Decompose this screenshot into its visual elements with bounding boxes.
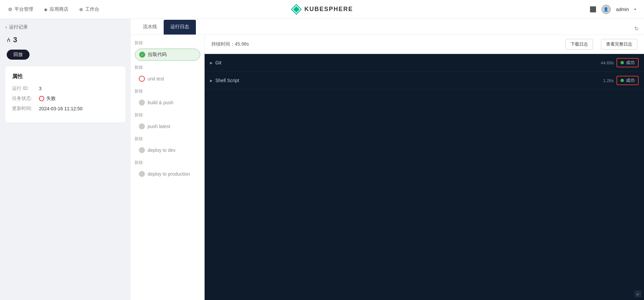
nav-platform[interactable]: ⚙ 平台管理 xyxy=(8,6,33,12)
git-entry-name: Git xyxy=(215,60,601,65)
back-button[interactable]: ‹ 运行记录 xyxy=(5,24,125,30)
rollback-button[interactable]: 回放 xyxy=(7,50,30,60)
log-entry-shell-header[interactable]: ▶ Shell Script 1.26s 成功 xyxy=(205,72,644,89)
run-number: 3 xyxy=(13,36,17,44)
task-status-label: 任务状态: xyxy=(12,96,39,102)
stage-dot-success-0: ✓ xyxy=(139,52,145,58)
stage-label-2: 阶段 xyxy=(135,88,200,94)
stage-name-3: push latest xyxy=(148,124,170,129)
update-time-row: 更新时间: 2024-03-16 11:12:50 xyxy=(12,106,119,112)
back-label: 运行记录 xyxy=(9,24,28,30)
stage-label-0: 阶段 xyxy=(135,40,200,46)
panels: 阶段 ✓ 拉取代码 阶段 unit test 阶段 build & push xyxy=(131,35,644,300)
update-time-label: 更新时间: xyxy=(12,106,39,112)
stage-dot-gray-5 xyxy=(139,171,145,177)
tab-bar: 流水线 运行日志 ↻ xyxy=(131,19,644,35)
topnav-logo: KUBESPHERE xyxy=(291,4,353,15)
scroll-corner-icon[interactable]: ↙ xyxy=(635,291,641,297)
nav-appstore[interactable]: ◈ 应用商店 xyxy=(44,6,68,12)
shell-success-dot xyxy=(621,79,624,82)
fail-circle-icon xyxy=(39,96,44,101)
topnav-left: ⚙ 平台管理 ◈ 应用商店 ⊕ 工作台 xyxy=(8,6,99,12)
stage-item-0[interactable]: ✓ 拉取代码 xyxy=(135,49,200,61)
shell-chevron-icon: ▶ xyxy=(210,79,213,82)
shell-entry-right: 1.26s 成功 xyxy=(603,76,639,85)
stage-name-0: 拉取代码 xyxy=(148,52,167,58)
nav-appstore-label: 应用商店 xyxy=(50,6,68,12)
shell-time: 1.26s xyxy=(603,78,614,83)
props-section: 属性 运行 ID: 3 任务状态: 失败 更新时间: 2024-03-16 11… xyxy=(5,66,125,122)
stage-label-1: 阶段 xyxy=(135,65,200,70)
stage-dot-fail-1 xyxy=(139,76,145,82)
stage-label-5: 阶段 xyxy=(135,160,200,166)
stage-name-2: build & push xyxy=(148,100,173,105)
content-area: 流水线 运行日志 ↻ 阶段 ✓ 拉取代码 阶段 unit test xyxy=(131,19,644,300)
appstore-icon: ◈ xyxy=(44,7,48,12)
stage-item-5[interactable]: deploy to production xyxy=(135,168,200,180)
nav-platform-label: 平台管理 xyxy=(14,6,33,12)
settings-icon: ⚙ xyxy=(8,7,12,12)
workbench-icon: ⊕ xyxy=(79,7,83,12)
task-status-row: 任务状态: 失败 xyxy=(12,96,119,102)
run-number-display: ⑃ 3 xyxy=(5,36,125,44)
shell-status-box: 成功 xyxy=(616,76,639,85)
stage-item-1[interactable]: unit test xyxy=(135,73,200,84)
shell-entry-name: Shell Script xyxy=(215,78,603,83)
stage-item-4[interactable]: deploy to dev xyxy=(135,144,200,156)
stages-panel: 阶段 ✓ 拉取代码 阶段 unit test 阶段 build & push xyxy=(131,35,205,300)
sidebar: ‹ 运行记录 ⑃ 3 回放 属性 运行 ID: 3 任务状态: 失败 更新时间: xyxy=(0,19,131,300)
main-layout: ‹ 运行记录 ⑃ 3 回放 属性 运行 ID: 3 任务状态: 失败 更新时间: xyxy=(0,19,644,300)
log-panel: 持续时间：45.98s 下载日志 查看完整日志 ▶ Git 44.69s xyxy=(205,35,644,300)
stage-label-4: 阶段 xyxy=(135,136,200,142)
avatar-icon: 👤 xyxy=(603,7,608,12)
stage-label-3: 阶段 xyxy=(135,112,200,118)
run-id-value: 3 xyxy=(39,86,42,91)
fail-text: 失败 xyxy=(46,96,56,102)
user-name: admin xyxy=(616,7,629,12)
branch-icon: ⑃ xyxy=(7,37,10,44)
shell-status-text: 成功 xyxy=(626,77,635,83)
update-time-value: 2024-03-16 11:12:50 xyxy=(39,106,83,111)
log-duration: 持续时间：45.98s xyxy=(211,41,249,47)
tab-run-log[interactable]: 运行日志 xyxy=(164,20,196,35)
git-status-text: 成功 xyxy=(626,60,635,66)
full-log-button[interactable]: 查看完整日志 xyxy=(601,39,637,50)
back-arrow-icon: ‹ xyxy=(5,24,7,30)
task-status-value: 失败 xyxy=(39,96,56,102)
props-title: 属性 xyxy=(12,73,119,80)
run-id-label: 运行 ID: xyxy=(12,85,39,92)
git-entry-right: 44.69s 成功 xyxy=(601,58,639,67)
stage-name-5: deploy to production xyxy=(148,171,190,177)
stage-name-4: deploy to dev xyxy=(148,147,175,153)
log-entry-git: ▶ Git 44.69s 成功 xyxy=(205,54,644,72)
stage-name-1: unit test xyxy=(148,76,164,81)
nav-workbench[interactable]: ⊕ 工作台 xyxy=(79,6,99,12)
stage-dot-gray-4 xyxy=(139,147,145,153)
log-header: 持续时间：45.98s 下载日志 查看完整日志 xyxy=(205,35,644,54)
tab-pipeline[interactable]: 流水线 xyxy=(136,20,164,35)
stage-item-3[interactable]: push latest xyxy=(135,121,200,132)
stage-item-2[interactable]: build & push xyxy=(135,97,200,108)
nav-workbench-label: 工作台 xyxy=(85,6,99,12)
git-status-box: 成功 xyxy=(616,58,639,67)
user-dropdown-arrow[interactable]: ▾ xyxy=(634,7,636,11)
log-entry-git-header[interactable]: ▶ Git 44.69s 成功 xyxy=(205,54,644,71)
topnav: ⚙ 平台管理 ◈ 应用商店 ⊕ 工作台 KUBESPHERE 👤 admin ▾ xyxy=(0,0,644,19)
refresh-icon[interactable]: ↻ xyxy=(634,25,639,32)
logo-text: KUBESPHERE xyxy=(304,6,353,13)
stage-dot-gray-2 xyxy=(139,100,145,106)
git-time: 44.69s xyxy=(601,60,614,65)
user-avatar: 👤 xyxy=(601,5,611,14)
topnav-square-icon[interactable] xyxy=(590,6,596,12)
log-content: ▶ Git 44.69s 成功 xyxy=(205,54,644,300)
stage-dot-gray-3 xyxy=(139,123,145,129)
logo-icon xyxy=(291,4,302,15)
topnav-right: 👤 admin ▾ xyxy=(590,5,636,14)
log-entry-shell: ▶ Shell Script 1.26s 成功 xyxy=(205,72,644,89)
download-log-button[interactable]: 下载日志 xyxy=(566,39,593,50)
run-id-row: 运行 ID: 3 xyxy=(12,85,119,92)
git-chevron-icon: ▶ xyxy=(210,61,213,65)
git-success-dot xyxy=(621,61,624,64)
